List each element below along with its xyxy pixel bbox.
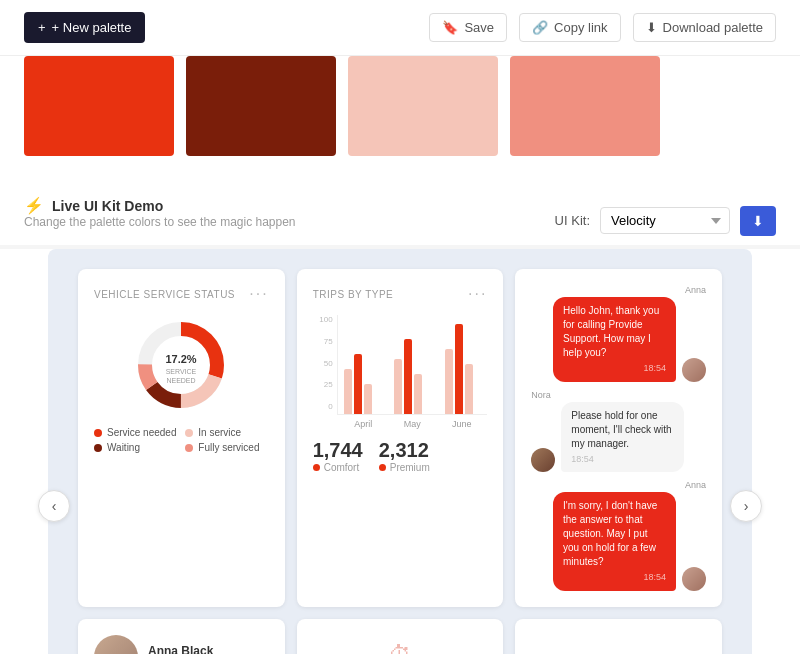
vehicle-service-card: VEHICLE SERVICE STATUS ··· (78, 269, 285, 607)
premium-dot (379, 464, 386, 471)
chat-msg-2: Nora Please hold for one moment, I'll ch… (531, 390, 706, 473)
bar-april-1 (344, 369, 352, 414)
plus-icon: + (38, 20, 46, 35)
legend-in-service: In service (185, 427, 268, 438)
download-icon: ⬇ (646, 20, 657, 35)
trips-card-menu[interactable]: ··· (468, 285, 487, 303)
bar-june-1 (445, 349, 453, 414)
download-palette-button[interactable]: ⬇ Download palette (633, 13, 776, 42)
legend-dot-darkred (94, 444, 102, 452)
legend-dot-red (94, 429, 102, 437)
download-kit-button[interactable]: ⬇ (740, 206, 776, 236)
nps-card: 4.32 Median NPS (515, 619, 722, 654)
bar-june-2 (455, 324, 463, 414)
legend-service-needed: Service needed (94, 427, 177, 438)
ui-kit-label: UI Kit: (555, 213, 590, 228)
ui-kit-selector: UI Kit: Velocity Material Bootstrap ⬇ (555, 206, 776, 236)
save-button[interactable]: 🔖 Save (429, 13, 507, 42)
donut-svg: 17.2% SERVICE NEEDED (131, 315, 231, 415)
bar-may-2 (404, 339, 412, 414)
chat-card: Anna Hello John, thank you for calling P… (515, 269, 722, 607)
clock-icon: ⏱ (388, 641, 412, 654)
vehicle-legend: Service needed In service Waiting Fully … (94, 427, 269, 453)
y-axis: 100 75 50 25 0 (313, 315, 333, 415)
trips-card-title: TRIPS BY TYPE ··· (313, 285, 488, 303)
color-swatch-swatch-3[interactable] (348, 56, 498, 156)
premium-stat: 2,312 Premium (379, 439, 430, 473)
live-demo-header: ⚡ Live UI Kit Demo Change the palette co… (24, 196, 776, 245)
bottom-demo-grid: Anna Black Sr. Customer Manager View pro… (78, 619, 722, 654)
bar-chart: 100 75 50 25 0 (313, 315, 488, 415)
new-palette-label: + New palette (52, 20, 132, 35)
live-demo-title-text: Live UI Kit Demo (52, 198, 163, 214)
chat-msg-1: Anna Hello John, thank you for calling P… (531, 285, 706, 382)
bolt-icon: ⚡ (24, 196, 44, 215)
chat-bubble-3: I'm sorry, I don't have the answer to th… (553, 492, 676, 591)
anna-avatar-2 (682, 567, 706, 591)
color-swatch-swatch-1[interactable] (24, 56, 174, 156)
live-demo-section: ⚡ Live UI Kit Demo Change the palette co… (0, 180, 800, 245)
chat-row-2: Please hold for one moment, I'll check w… (531, 402, 706, 473)
trips-by-type-card: TRIPS BY TYPE ··· 100 75 50 25 0 (297, 269, 504, 607)
top-demo-grid: VEHICLE SERVICE STATUS ··· (78, 269, 722, 607)
save-label: Save (464, 20, 494, 35)
palette-row (0, 56, 800, 180)
bookmark-icon: 🔖 (442, 20, 458, 35)
legend-dot-salmon (185, 444, 193, 452)
bars-container (337, 315, 488, 415)
comfort-stat: 1,744 Comfort (313, 439, 363, 473)
bar-april-3 (364, 384, 372, 414)
chat-msg-3: Anna I'm sorry, I don't have the answer … (531, 480, 706, 591)
top-actions: 🔖 Save 🔗 Copy link ⬇ Download palette (429, 13, 776, 42)
profile-card: Anna Black Sr. Customer Manager View pro… (78, 619, 285, 654)
chat-row-1: Hello John, thank you for calling Provid… (531, 297, 706, 382)
profile-avatar (94, 635, 138, 654)
new-palette-button[interactable]: + + New palette (24, 12, 145, 43)
color-swatch-swatch-5[interactable] (672, 56, 800, 156)
profile-name: Anna Black (148, 644, 249, 654)
top-bar: + + New palette 🔖 Save 🔗 Copy link ⬇ Dow… (0, 0, 800, 56)
may-bars (394, 339, 437, 414)
bar-may-1 (394, 359, 402, 414)
legend-fully-serviced: Fully serviced (185, 442, 268, 453)
link-icon: 🔗 (532, 20, 548, 35)
kit-select[interactable]: Velocity Material Bootstrap (600, 207, 730, 234)
legend-dot-pink (185, 429, 193, 437)
vehicle-card-title: VEHICLE SERVICE STATUS ··· (94, 285, 269, 303)
demo-area: ‹ › VEHICLE SERVICE STATUS ··· (48, 249, 752, 654)
color-swatch-swatch-4[interactable] (510, 56, 660, 156)
color-swatch-swatch-2[interactable] (186, 56, 336, 156)
copy-link-button[interactable]: 🔗 Copy link (519, 13, 620, 42)
svg-text:SERVICE: SERVICE (166, 368, 197, 375)
bar-june-3 (465, 364, 473, 414)
vehicle-card-menu[interactable]: ··· (249, 285, 268, 303)
chat-row-3: I'm sorry, I don't have the answer to th… (531, 492, 706, 591)
bar-may-3 (414, 374, 422, 414)
june-bars (445, 324, 488, 414)
anna-avatar-1 (682, 358, 706, 382)
live-demo-subtitle: Change the palette colors to see the mag… (24, 215, 296, 229)
svg-text:17.2%: 17.2% (166, 353, 197, 365)
copy-link-label: Copy link (554, 20, 607, 35)
bar-april-2 (354, 354, 362, 414)
x-axis-labels: April May June (339, 419, 488, 429)
comfort-dot (313, 464, 320, 471)
nora-avatar (531, 448, 555, 472)
chat-messages: Anna Hello John, thank you for calling P… (531, 285, 706, 591)
prev-arrow-button[interactable]: ‹ (38, 490, 70, 522)
chart-stats: 1,744 Comfort 2,312 Premium (313, 439, 488, 473)
next-arrow-button[interactable]: › (730, 490, 762, 522)
legend-waiting: Waiting (94, 442, 177, 453)
chat-bubble-2: Please hold for one moment, I'll check w… (561, 402, 684, 473)
chat-bubble-1: Hello John, thank you for calling Provid… (553, 297, 676, 382)
april-bars (344, 354, 387, 414)
profile-text: Anna Black Sr. Customer Manager (148, 644, 249, 654)
svg-text:NEEDED: NEEDED (167, 377, 196, 384)
donut-chart: 17.2% SERVICE NEEDED (94, 315, 269, 415)
profile-info: Anna Black Sr. Customer Manager (94, 635, 269, 654)
download-palette-label: Download palette (663, 20, 763, 35)
response-card: ⏱ 12m Average response (297, 619, 504, 654)
live-demo-title: ⚡ Live UI Kit Demo (24, 196, 296, 215)
